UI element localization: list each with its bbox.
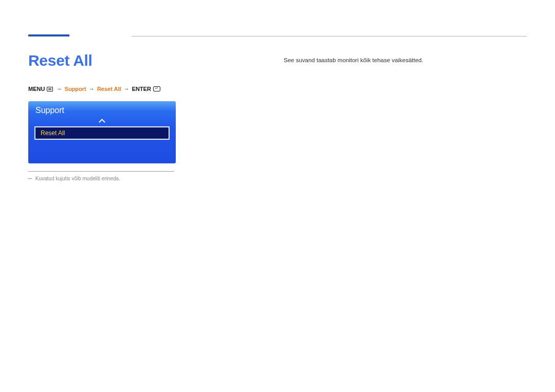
breadcrumb-arrow: → bbox=[57, 86, 62, 92]
breadcrumb-arrow: → bbox=[89, 86, 95, 92]
osd-menu-item-reset-all[interactable]: Reset All bbox=[34, 126, 170, 140]
left-column: Reset All MENU → Support → Reset All → E… bbox=[28, 52, 284, 181]
note-divider bbox=[28, 171, 174, 172]
note-dash-icon bbox=[28, 178, 32, 179]
chevron-up-icon[interactable] bbox=[99, 118, 105, 124]
osd-item-label: Reset All bbox=[41, 129, 65, 137]
osd-scroll-up-row bbox=[28, 117, 176, 125]
breadcrumb-arrow: → bbox=[124, 86, 130, 92]
osd-panel-title: Support bbox=[35, 106, 64, 115]
breadcrumb-enter-label: ENTER bbox=[132, 86, 151, 92]
menu-icon bbox=[47, 87, 53, 91]
breadcrumb-menu-label: MENU bbox=[28, 86, 45, 92]
page-title: Reset All bbox=[28, 52, 284, 69]
note-line: Kuvatud kujutis võib mudeliti erineda. bbox=[28, 176, 284, 181]
breadcrumb-reset-all: Reset All bbox=[97, 86, 121, 92]
breadcrumb-support: Support bbox=[65, 86, 86, 92]
osd-panel: Support Reset All bbox=[28, 101, 176, 163]
content-row: Reset All MENU → Support → Reset All → E… bbox=[28, 52, 527, 181]
header-divider bbox=[132, 36, 527, 36]
description-text: See suvand taastab monitori kõik tehase … bbox=[284, 56, 527, 65]
breadcrumb: MENU → Support → Reset All → ENTER bbox=[28, 86, 284, 92]
page-container: Reset All MENU → Support → Reset All → E… bbox=[0, 0, 555, 181]
section-marker bbox=[28, 34, 69, 36]
right-column: See suvand taastab monitori kõik tehase … bbox=[284, 52, 527, 181]
enter-icon bbox=[153, 86, 160, 91]
note-text: Kuvatud kujutis võib mudeliti erineda. bbox=[35, 176, 120, 181]
